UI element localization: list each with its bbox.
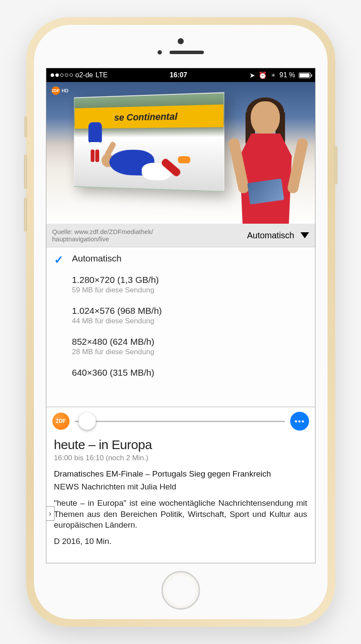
category-label: NEWS [54, 482, 79, 491]
quality-dropdown-label: Automatisch [247, 231, 294, 240]
home-button [161, 571, 200, 610]
source-label: Quelle: www.zdf.de/ZDFmediathek/ hauptna… [52, 228, 153, 243]
location-icon: ➤ [249, 71, 255, 79]
video-player[interactable]: ZDF HD se Continental [46, 82, 315, 224]
slider-thumb-icon[interactable] [79, 413, 96, 430]
quality-option-720[interactable]: 1.280×720 (1,3 GB/h) 59 MB für diese Sen… [46, 269, 315, 300]
program-details: heute – in Europa 16:00 bis 16:10 (noch … [46, 433, 315, 563]
screen: o2-de LTE 16:07 ➤ ⏰ ✶ 91 % ZDF HD [46, 68, 315, 563]
quality-dropdown-toggle[interactable]: Automatisch [247, 231, 309, 240]
program-time: 16:00 bis 16:10 (noch 2 Min.) [54, 454, 307, 462]
battery-icon [299, 73, 311, 78]
program-title: heute – in Europa [54, 437, 307, 452]
network-label: LTE [95, 71, 107, 79]
alarm-icon: ⏰ [258, 71, 267, 79]
status-bar: o2-de LTE 16:07 ➤ ⏰ ✶ 91 % [46, 68, 315, 82]
quality-option-576[interactable]: 1.024×576 (968 MB/h) 44 MB für diese Sen… [46, 300, 315, 331]
checkmark-icon: ✓ [54, 253, 64, 267]
quality-option-automatic[interactable]: ✓ Automatisch [46, 247, 315, 269]
phone-top-sensors [34, 25, 328, 68]
volume-up-button [24, 155, 27, 189]
channel-logo-icon[interactable]: ZDF [52, 413, 70, 430]
injured-player-figure [86, 137, 193, 182]
volume-down-button [24, 197, 27, 232]
earpiece-icon [170, 51, 204, 54]
power-button [334, 146, 337, 185]
category-detail: Nachrichten mit Julia Held [82, 482, 176, 491]
studio-monitor: se Continental [74, 92, 224, 192]
carrier-label: o2-de [76, 71, 93, 79]
quality-list: ✓ Automatisch 1.280×720 (1,3 GB/h) 59 MB… [46, 247, 315, 407]
program-headline: Dramatisches EM-Finale – Portugals Sieg … [54, 469, 307, 479]
zdf-logo-icon: ZDF [52, 86, 60, 95]
phone-frame: o2-de LTE 16:07 ➤ ⏰ ✶ 91 % ZDF HD [26, 17, 335, 627]
progress-slider[interactable] [75, 421, 285, 422]
chat-button[interactable] [290, 412, 309, 431]
clock-label: 16:07 [170, 71, 187, 79]
hd-badge: HD [62, 88, 69, 93]
mute-switch [24, 116, 27, 137]
battery-pct-label: 91 % [279, 71, 295, 79]
program-description: "heute – in Europa" ist eine wochentägli… [54, 498, 307, 531]
chevron-down-icon [300, 232, 309, 238]
quality-option-360[interactable]: 640×360 (315 MB/h) [46, 361, 315, 383]
sensor-icon [158, 50, 162, 55]
news-presenter-figure [225, 95, 311, 224]
expand-sidebar-button[interactable]: › [46, 506, 55, 521]
playback-progress-row: ZDF [46, 407, 315, 433]
source-row: Quelle: www.zdf.de/ZDFmediathek/ hauptna… [46, 224, 315, 247]
signal-strength-icon [51, 73, 73, 77]
quality-option-480[interactable]: 852×480 (624 MB/h) 28 MB für diese Sendu… [46, 331, 315, 361]
chevron-right-icon: › [49, 509, 52, 518]
bluetooth-icon: ✶ [270, 71, 276, 79]
program-meta: D 2016, 10 Min. [54, 537, 307, 546]
channel-badge: ZDF HD [52, 86, 69, 95]
phone-bezel: o2-de LTE 16:07 ➤ ⏰ ✶ 91 % ZDF HD [34, 25, 328, 619]
program-category-line: NEWS Nachrichten mit Julia Held [54, 482, 307, 492]
front-camera-icon [178, 38, 184, 44]
